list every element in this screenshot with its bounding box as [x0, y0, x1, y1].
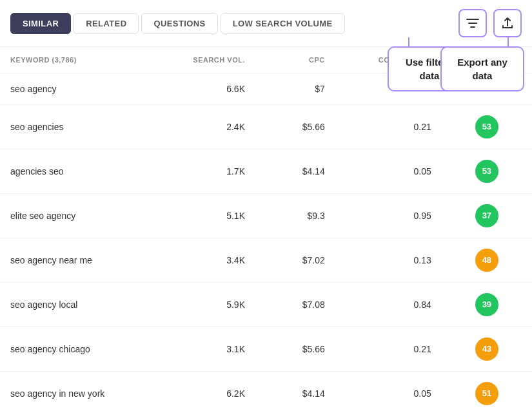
difficulty-badge: 43: [475, 338, 498, 361]
keyword-table: KEYWORD (3,786) SEARCH VOL. CPC COMPETIT…: [0, 47, 532, 409]
cell-competition: 0.05: [335, 149, 442, 194]
cell-difficulty: 51: [442, 372, 532, 410]
cell-keyword: elite seo agency: [0, 194, 160, 238]
table-row: seo agency local5.9K$7.080.8439: [0, 283, 532, 327]
difficulty-badge: 53: [475, 160, 498, 183]
cell-cpc: $4.14: [255, 372, 335, 410]
cell-keyword: seo agencies: [0, 105, 160, 149]
difficulty-badge: 51: [475, 382, 498, 405]
cell-difficulty: 43: [442, 327, 532, 372]
tab-questions[interactable]: QUESTIONS: [141, 13, 217, 34]
table-body: seo agency6.6K$7seo agencies2.4K$5.660.2…: [0, 73, 532, 410]
col-header-cpc: CPC: [255, 47, 335, 73]
cell-competition: 0.13: [335, 238, 442, 283]
cell-keyword: seo agency chicago: [0, 327, 160, 372]
cell-competition: 0.21: [335, 105, 442, 149]
cell-cpc: $4.14: [255, 149, 335, 194]
top-bar: SIMILARRELATEDQUESTIONSLOW SEARCH VOLUME…: [0, 0, 532, 47]
cell-competition: 0.05: [335, 372, 442, 410]
icon-buttons: Use filters to get the data you need Exp…: [458, 9, 522, 37]
cell-search-vol: 6.6K: [160, 73, 256, 105]
cell-competition: 0.84: [335, 283, 442, 327]
cell-search-vol: 2.4K: [160, 105, 256, 149]
cell-search-vol: 3.1K: [160, 327, 256, 372]
cell-cpc: $5.66: [255, 327, 335, 372]
cell-search-vol: 3.4K: [160, 238, 256, 283]
cell-keyword: seo agency local: [0, 283, 160, 327]
tab-similar[interactable]: SIMILAR: [10, 13, 71, 34]
table-row: elite seo agency5.1K$9.30.9537: [0, 194, 532, 238]
col-header-search-vol: SEARCH VOL.: [160, 47, 256, 73]
difficulty-badge: 37: [475, 204, 498, 227]
tab-group: SIMILARRELATEDQUESTIONSLOW SEARCH VOLUME: [10, 13, 345, 34]
cell-cpc: $5.66: [255, 105, 335, 149]
difficulty-badge: 53: [475, 115, 498, 138]
cell-cpc: $7.08: [255, 283, 335, 327]
cell-difficulty: 39: [442, 283, 532, 327]
cell-keyword: seo agency: [0, 73, 160, 105]
cell-search-vol: 6.2K: [160, 372, 256, 410]
cell-cpc: $7: [255, 73, 335, 105]
col-header-keyword: KEYWORD (3,786): [0, 47, 160, 73]
cell-difficulty: 53: [442, 105, 532, 149]
table-row: seo agency near me3.4K$7.020.1348: [0, 238, 532, 283]
tab-related[interactable]: RELATED: [74, 13, 139, 34]
table-row: agencies seo1.7K$4.140.0553: [0, 149, 532, 194]
keyword-table-wrapper: KEYWORD (3,786) SEARCH VOL. CPC COMPETIT…: [0, 47, 532, 409]
export-tooltip: Export any data: [440, 46, 524, 91]
cell-difficulty: 37: [442, 194, 532, 238]
filter-button[interactable]: [458, 9, 487, 37]
export-button[interactable]: [493, 9, 522, 37]
table-row: seo agency chicago3.1K$5.660.2143: [0, 327, 532, 372]
cell-search-vol: 5.1K: [160, 194, 256, 238]
cell-keyword: agencies seo: [0, 149, 160, 194]
cell-search-vol: 5.9K: [160, 283, 256, 327]
cell-cpc: $7.02: [255, 238, 335, 283]
table-row: seo agency in new york6.2K$4.140.0551: [0, 372, 532, 410]
cell-difficulty: 48: [442, 238, 532, 283]
cell-keyword: seo agency near me: [0, 238, 160, 283]
difficulty-badge: 39: [475, 293, 498, 316]
cell-competition: 0.21: [335, 327, 442, 372]
tab-low-search-volume[interactable]: LOW SEARCH VOLUME: [221, 13, 345, 34]
cell-competition: 0.95: [335, 194, 442, 238]
difficulty-badge: 48: [475, 249, 498, 272]
cell-difficulty: 53: [442, 149, 532, 194]
cell-search-vol: 1.7K: [160, 149, 256, 194]
cell-keyword: seo agency in new york: [0, 372, 160, 410]
table-row: seo agencies2.4K$5.660.2153: [0, 105, 532, 149]
cell-cpc: $9.3: [255, 194, 335, 238]
